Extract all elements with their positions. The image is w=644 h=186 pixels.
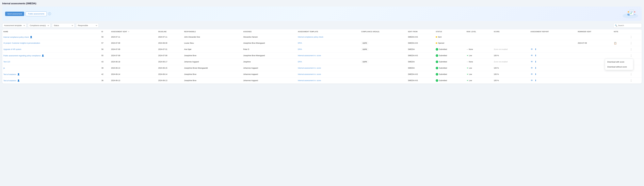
compliance-badge: GDPR	[361, 42, 368, 44]
dropdown-menu: Download with score Download without sco…	[605, 59, 633, 70]
cell-assessment-template: DPIA	[297, 40, 360, 46]
cell-responsible: Ane Kjær	[183, 46, 242, 53]
cell-risk-level: ▼ Low	[466, 53, 493, 59]
send-assessment-button[interactable]: Send assessment	[5, 12, 24, 16]
template-link[interactable]: Internal assessment m. score	[298, 73, 321, 75]
cell-assessment-template: Internal assessment m. score	[297, 53, 360, 59]
cell-assessment-report: 👁 ⬇	[529, 65, 576, 71]
more-actions-button[interactable]: ⋮	[629, 48, 633, 51]
download-report-button[interactable]: ⬇	[534, 48, 537, 51]
info-icon[interactable]: i	[48, 12, 51, 15]
download-report-button[interactable]: ⬇	[534, 66, 537, 70]
cell-assessment-sent: 2024-06-14	[110, 65, 157, 71]
download-report-button[interactable]: ⬇	[534, 60, 537, 63]
cell-assessment-template: DPIA	[297, 46, 360, 53]
view-report-button[interactable]: 👁	[530, 54, 533, 57]
search-input[interactable]	[614, 23, 642, 28]
cell-assignee: Josephine Broe Moesgaard	[242, 40, 297, 46]
cell-score	[493, 34, 529, 40]
more-actions-button[interactable]: ⋮	[629, 35, 633, 39]
header-actions: Send assessment Public assessments i	[5, 12, 51, 16]
template-link[interactable]: DPIA	[298, 61, 302, 63]
cell-assessment-sent: 2024-07-11	[110, 34, 157, 40]
template-link[interactable]: Internal assessment m. score	[298, 67, 321, 69]
risk-level-text: Low	[469, 55, 472, 57]
cell-assessment-sent: 2024-06-13	[110, 77, 157, 84]
status-filter[interactable]: Status	[52, 23, 74, 28]
cell-name: Internal compliance policy check 👤	[2, 34, 100, 40]
view-report-button[interactable]: 👁	[530, 60, 533, 63]
cell-sent-from: SMEDIA A/S	[407, 53, 435, 59]
assessment-name[interactable]: ja	[4, 67, 5, 69]
view-report-button[interactable]: 👁	[530, 73, 533, 76]
download-report-button[interactable]: ⬇	[534, 79, 537, 82]
risk-level-text: Low	[469, 73, 472, 75]
cell-risk-level: ▼ Low	[466, 77, 493, 84]
cell-risk-level: — None	[466, 46, 493, 53]
template-link[interactable]: Internal assessment m. score	[298, 55, 321, 57]
template-link[interactable]: Internal assessment m. score	[298, 80, 321, 82]
cell-assessment-report: 👁 ⬇	[529, 53, 576, 59]
assessment-name[interactable]: Upgrade of HR system	[4, 48, 21, 50]
template-link[interactable]: DPIA	[298, 42, 302, 44]
cell-reminder-sent: 2024-07-09	[576, 40, 612, 46]
score-value: 100 %	[494, 73, 499, 75]
cell-assessment-template: Internal assessment m. score	[297, 71, 360, 77]
assessment-template-filter[interactable]: Assessment template	[2, 23, 26, 28]
cell-risk-level: — None	[466, 59, 493, 65]
compliance-area-filter[interactable]: Compliance area(s)	[28, 23, 50, 28]
view-report-button[interactable]: 👁	[530, 48, 533, 51]
template-link[interactable]: Internal compliance policy check	[298, 36, 323, 38]
cell-assignee: Johannes Aagaard	[242, 71, 297, 77]
template-link[interactable]: DPIA	[298, 48, 302, 50]
assessment-name[interactable]: Test 123	[4, 61, 10, 63]
assessment-name[interactable]: Test af skabelon	[4, 80, 16, 82]
cell-compliance-area	[360, 77, 407, 84]
download-without-score-item[interactable]: Download without score	[605, 64, 633, 69]
page-title: Internal assessments (SMEDIA)	[2, 2, 642, 5]
cell-deadline: 2024-06-13	[157, 77, 183, 84]
responsible-filter[interactable]: Responsible	[76, 23, 99, 28]
report-actions: 👁 ⬇	[530, 60, 576, 63]
note-icon[interactable]: 📋	[614, 42, 617, 44]
more-actions-button[interactable]: ⋮	[629, 79, 633, 82]
cell-id: 57	[100, 40, 110, 46]
assessments-table: NAME ID ASSESSMENT SENT ▼ DEADLINE RESPO…	[2, 29, 642, 84]
view-report-button[interactable]: 👁	[530, 79, 533, 82]
cell-assessment-template: Internal assessment m. score	[297, 77, 360, 84]
cell-id: 42	[100, 71, 110, 77]
cell-deadline: 2024-06-17	[157, 59, 183, 65]
download-report-button[interactable]: ⬇	[534, 54, 537, 57]
col-note: NOTE	[613, 29, 628, 34]
compliance-badge: GDPR	[361, 48, 368, 51]
assessment-name[interactable]: Public assessment regarding policy compl…	[4, 55, 41, 57]
cell-responsible: John Alexander Doe	[183, 34, 242, 40]
cell-actions: ⋮	[628, 34, 642, 40]
risk-trend-arrow: —	[466, 61, 468, 63]
more-actions-button[interactable]: ⋮	[629, 73, 633, 76]
col-assessment-sent[interactable]: ASSESSMENT SENT ▼	[110, 29, 157, 34]
cell-sent-from: SMEDIA A/S	[407, 77, 435, 84]
col-assessment-report: ASSESSMENT REPORT	[529, 29, 576, 34]
col-responsible: RESPONSIBLE	[183, 29, 242, 34]
cell-assessment-report: 👁 ⬇	[529, 71, 576, 77]
score-value: Score not enabled	[494, 48, 508, 50]
score-value: 100 %	[494, 80, 499, 82]
more-actions-button[interactable]: ⋮	[629, 41, 633, 45]
status-indicator: ✓ Submitted	[436, 48, 447, 51]
status-indicator: ✓ Submitted	[436, 54, 447, 57]
cell-compliance-area: GDPR	[360, 40, 407, 46]
cell-responsible: Johannes Aagaard	[183, 59, 242, 65]
assessment-name[interactable]: AI project: Customer insights & personal…	[4, 42, 40, 44]
public-assessments-button[interactable]: Public assessments	[26, 12, 47, 16]
download-with-score-item[interactable]: Download with score	[605, 59, 633, 64]
cell-status: ✓ Submitted	[434, 65, 466, 71]
more-actions-button[interactable]: ⋮	[629, 54, 633, 57]
cell-assessment-report	[529, 40, 576, 46]
cell-assessment-template: Internal compliance policy check	[297, 34, 360, 40]
assessment-name[interactable]: Internal compliance policy check	[4, 36, 29, 38]
view-report-button[interactable]: 👁	[530, 67, 533, 70]
col-id: ID	[100, 29, 110, 34]
assessment-name[interactable]: Test af skabelon	[4, 73, 16, 75]
download-report-button[interactable]: ⬇	[534, 73, 537, 76]
